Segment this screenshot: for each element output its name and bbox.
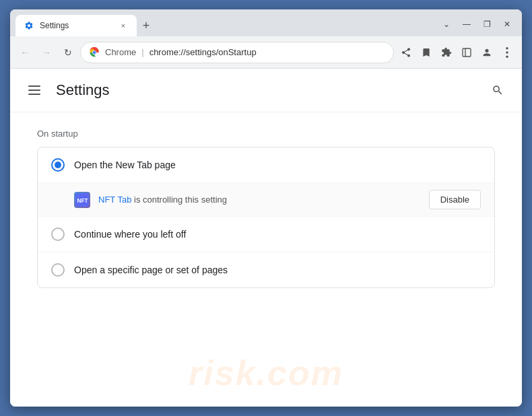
hamburger-menu-button[interactable] [24, 79, 45, 101]
option-specific-label: Open a specific page or set of pages [74, 265, 228, 275]
minimize-button[interactable]: — [457, 15, 476, 34]
new-tab-button[interactable]: + [137, 16, 156, 35]
radio-continue[interactable] [51, 228, 65, 241]
option-continue-row[interactable]: Continue where you left off [38, 217, 494, 252]
watermark: risk.com [189, 353, 343, 393]
svg-point-8 [506, 55, 508, 58]
settings-header: Settings [10, 69, 522, 112]
option-continue-label: Continue where you left off [74, 229, 186, 240]
address-separator: | [141, 47, 143, 57]
settings-page-title: Settings [56, 81, 476, 99]
window-controls: ⌄ — ❐ ✕ [437, 15, 517, 34]
extension-icon: NFT [74, 192, 90, 208]
close-button[interactable]: ✕ [498, 15, 517, 34]
share-button[interactable] [397, 43, 415, 62]
section-label: On startup [37, 129, 495, 139]
browser-window: Settings × + ⌄ — ❐ ✕ ← → ↻ [10, 9, 522, 407]
extension-controlling-text: NFT Tab is controlling this setting [98, 195, 421, 205]
extensions-button[interactable] [437, 43, 456, 62]
disable-extension-button[interactable]: Disable [429, 190, 481, 209]
maximize-button[interactable]: ❐ [477, 15, 496, 34]
radio-inner-dot [55, 162, 61, 168]
extension-controlling-row: NFT NFT Tab is controlling this setting … [38, 183, 494, 217]
hamburger-line-2 [28, 90, 40, 91]
tab-title: Settings [40, 21, 69, 30]
forward-button[interactable]: → [37, 43, 56, 62]
extension-name[interactable]: NFT Tab [98, 195, 131, 205]
address-chrome-label: Chrome [105, 47, 136, 57]
toolbar-icons [397, 43, 517, 62]
sidebar-toggle-button[interactable] [457, 43, 476, 62]
option-specific-row[interactable]: Open a specific page or set of pages [38, 252, 494, 287]
title-bar: Settings × + ⌄ — ❐ ✕ [10, 9, 522, 36]
profile-button[interactable] [477, 43, 496, 62]
svg-point-3 [93, 50, 96, 53]
address-bar[interactable]: Chrome | chrome://settings/onStartup [80, 42, 394, 63]
back-button[interactable]: ← [15, 43, 34, 62]
menu-button[interactable] [498, 43, 517, 62]
option-new-tab-row[interactable]: Open the New Tab page [38, 147, 494, 183]
svg-rect-4 [463, 48, 471, 57]
settings-body: On startup Open the New Tab page N [10, 112, 522, 304]
option-new-tab-label: Open the New Tab page [74, 160, 176, 170]
reload-button[interactable]: ↻ [59, 43, 77, 62]
tab-settings-icon [24, 20, 34, 31]
radio-specific[interactable] [51, 263, 65, 277]
radio-new-tab[interactable] [51, 158, 65, 172]
active-tab[interactable]: Settings × [15, 15, 137, 36]
address-url: chrome://settings/onStartup [149, 47, 257, 57]
svg-point-7 [506, 51, 508, 54]
tabs-area: Settings × + [15, 15, 437, 36]
chrome-logo-icon [89, 47, 100, 58]
hamburger-line-1 [28, 85, 40, 87]
extension-controlling-suffix: is controlling this setting [131, 195, 227, 205]
page-content: Settings On startup Open the New Tab pag… [10, 69, 522, 407]
svg-point-6 [506, 47, 508, 50]
tab-close-button[interactable]: × [118, 20, 129, 31]
svg-text:NFT: NFT [77, 197, 88, 204]
hamburger-line-3 [28, 94, 40, 95]
settings-search-button[interactable] [487, 79, 508, 101]
address-bar-row: ← → ↻ Chrome | chrome://settings/onStart… [10, 36, 522, 69]
bookmark-button[interactable] [417, 43, 436, 62]
dropdown-button[interactable]: ⌄ [437, 15, 456, 34]
options-card: Open the New Tab page NFT NFT Tab is con… [37, 147, 495, 288]
